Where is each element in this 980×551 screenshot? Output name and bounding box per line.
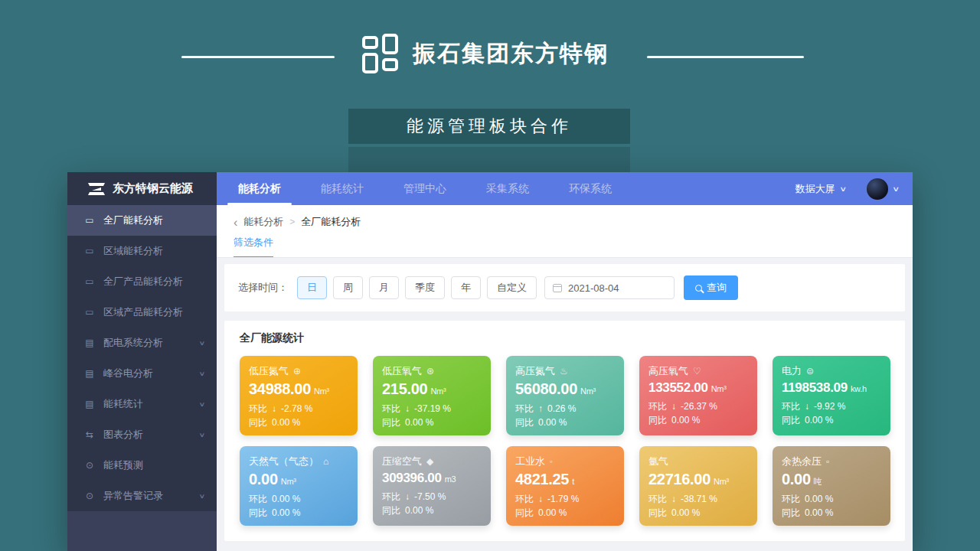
sidebar-item[interactable]: ▭ 全厂能耗分析 bbox=[67, 205, 217, 236]
period-button[interactable]: 周 bbox=[333, 276, 363, 299]
ring-ratio-value: -37.19 % bbox=[414, 402, 451, 416]
breadcrumb-item[interactable]: 能耗分析 bbox=[243, 215, 283, 229]
ring-ratio-label: 环比 bbox=[648, 492, 667, 506]
sidebar-filler bbox=[67, 511, 217, 551]
sidebar-item-icon: ▭ bbox=[84, 276, 95, 287]
nav-tab[interactable]: 环保系统 bbox=[564, 172, 616, 205]
ring-ratio-row: 环比 ↓ -7.50 % bbox=[382, 490, 482, 504]
energy-value-number: 4821.25 bbox=[515, 471, 569, 487]
app-logo: 东方特钢云能源 bbox=[67, 172, 217, 205]
sidebar-item-icon: ▤ bbox=[84, 337, 95, 348]
energy-name: 低压氮气 bbox=[249, 364, 289, 378]
energy-value: 4821.25t bbox=[515, 471, 615, 488]
sidebar-item[interactable]: ⇆ 图表分析 ∨ bbox=[67, 419, 217, 450]
query-button-label: 查询 bbox=[707, 281, 727, 295]
nav-tab-label: 环保系统 bbox=[569, 182, 612, 196]
trend-arrow-icon: ↓ bbox=[805, 399, 809, 413]
yoy-value: 0.00 % bbox=[671, 506, 700, 520]
period-button-label: 自定义 bbox=[497, 282, 527, 293]
stats-section-title: 全厂能源统计 bbox=[240, 331, 897, 345]
energy-card-title: 压缩空气 ◆ bbox=[382, 455, 482, 468]
tab-filter-conditions[interactable]: 筛选条件 bbox=[234, 236, 273, 258]
energy-card-title: 工业水 ◦ bbox=[515, 455, 615, 468]
sidebar-item-icon: ▭ bbox=[84, 215, 95, 226]
sidebar-item-icon: ⊙ bbox=[84, 491, 95, 501]
top-navbar: 能耗分析 能耗统计 管理中心 采集系统 bbox=[217, 172, 913, 205]
energy-card: 高压氧气 ♡ 133552.00Nm³ 环比 ↓ -26.37 % bbox=[639, 356, 757, 435]
back-arrow-icon[interactable]: ‹ bbox=[234, 217, 237, 227]
period-button[interactable]: 年 bbox=[451, 276, 481, 299]
ring-ratio-row: 环比 ↓ -1.79 % bbox=[515, 492, 615, 506]
energy-name: 压缩空气 bbox=[382, 455, 422, 468]
sidebar-item-label: 区域能耗分析 bbox=[103, 244, 163, 258]
chevron-down-icon: ∨ bbox=[199, 401, 206, 408]
ring-ratio-value: -26.37 % bbox=[681, 399, 717, 413]
breadcrumb-separator: > bbox=[289, 217, 295, 227]
sidebar-item[interactable]: ▭ 区域产品能耗分析 bbox=[67, 297, 217, 328]
ring-ratio-row: 环比 ↓ -9.92 % bbox=[782, 399, 881, 413]
period-button[interactable]: 自定义 bbox=[487, 276, 537, 299]
energy-name: 高压氮气 bbox=[515, 364, 555, 378]
yoy-label: 同比 bbox=[515, 416, 534, 429]
ring-ratio-label: 环比 bbox=[382, 402, 400, 416]
date-picker-input[interactable]: 2021-08-04 bbox=[544, 276, 675, 299]
query-button[interactable]: 查询 bbox=[684, 276, 738, 300]
ring-ratio-value: -1.79 % bbox=[547, 492, 579, 506]
chevron-down-icon[interactable]: ∨ bbox=[839, 185, 847, 193]
energy-stats-panel: 全厂能源统计 低压氮气 ⊕ 34988.00Nm³ bbox=[224, 321, 905, 541]
nav-tab[interactable]: 能耗分析 bbox=[234, 172, 286, 205]
energy-name: 天然气（气态） bbox=[249, 455, 318, 468]
data-screen-link[interactable]: 数据大屏 bbox=[795, 182, 835, 196]
sidebar-item[interactable]: ▭ 区域能耗分析 bbox=[67, 236, 217, 266]
yoy-label: 同比 bbox=[782, 413, 800, 427]
breadcrumb-current: 全厂能耗分析 bbox=[301, 215, 361, 229]
energy-name: 氩气 bbox=[648, 455, 668, 468]
yoy-value: 0.00 % bbox=[671, 413, 700, 427]
energy-value-number: 0.00 bbox=[249, 471, 278, 487]
sidebar-item-label: 配电系统分析 bbox=[103, 336, 163, 350]
brand-logo-icon bbox=[362, 34, 402, 73]
energy-type-icon: ◆ bbox=[426, 456, 433, 467]
yoy-row: 同比 0.00 % bbox=[249, 506, 348, 520]
sidebar-item[interactable]: ▤ 配电系统分析 ∨ bbox=[67, 328, 217, 358]
period-button[interactable]: 季度 bbox=[405, 276, 445, 299]
ring-ratio-label: 环比 bbox=[515, 402, 534, 416]
energy-card-title: 高压氧气 ♡ bbox=[648, 364, 748, 378]
energy-unit: m3 bbox=[445, 474, 456, 484]
ring-ratio-value: -2.78 % bbox=[281, 402, 312, 416]
period-button[interactable]: 日 bbox=[297, 276, 327, 299]
sidebar-item[interactable]: ⊙ 异常告警记录 ∨ bbox=[67, 481, 217, 511]
energy-card: 氩气 22716.00Nm³ 环比 ↓ -38.71 % bbox=[639, 446, 757, 526]
chevron-down-icon[interactable]: ∨ bbox=[893, 185, 900, 193]
sidebar-item[interactable]: ▤ 能耗统计 ∨ bbox=[67, 389, 217, 419]
sidebar-item[interactable]: ▤ 峰谷电分析 ∨ bbox=[67, 358, 217, 389]
user-avatar[interactable] bbox=[867, 178, 888, 200]
sidebar-item-icon: ▭ bbox=[84, 246, 95, 256]
nav-tab[interactable]: 能耗统计 bbox=[316, 172, 368, 205]
ring-ratio-row: 环比 ↓ -38.71 % bbox=[648, 492, 748, 506]
energy-card: 高压氮气 ♨ 56080.00Nm³ 环比 ↑ 0.26 % bbox=[506, 356, 624, 435]
navbar-right: 数据大屏 ∨ ∨ bbox=[795, 178, 913, 200]
energy-name: 余热余压 bbox=[782, 455, 822, 468]
yoy-value: 0.00 % bbox=[272, 416, 300, 429]
energy-card-title: 天然气（气态） ⌂ bbox=[249, 455, 348, 468]
dashboard-window: 东方特钢云能源 ▭ 全厂能耗分析 ▭ 区域能耗分析 bbox=[67, 172, 913, 551]
energy-name: 低压氧气 bbox=[382, 364, 422, 378]
energy-card-title: 氩气 bbox=[648, 455, 748, 468]
energy-name: 工业水 bbox=[515, 455, 545, 468]
ring-ratio-value: -7.50 % bbox=[414, 490, 446, 504]
energy-value-number: 1198538.09 bbox=[782, 380, 848, 395]
energy-type-icon: ⊜ bbox=[806, 366, 814, 377]
sidebar-item[interactable]: ⊙ 能耗预测 bbox=[67, 450, 217, 481]
page-content: 选择时间： 日 周 月 bbox=[217, 258, 913, 551]
yoy-label: 同比 bbox=[382, 504, 400, 517]
sidebar-item[interactable]: ▭ 全厂产品能耗分析 bbox=[67, 266, 217, 297]
energy-unit: Nm³ bbox=[430, 386, 446, 396]
trend-arrow-icon: ↑ bbox=[538, 402, 543, 416]
ring-ratio-label: 环比 bbox=[648, 399, 667, 413]
energy-type-icon: ◦ bbox=[550, 456, 553, 467]
nav-tab[interactable]: 管理中心 bbox=[399, 172, 451, 205]
nav-tab[interactable]: 采集系统 bbox=[482, 172, 534, 205]
yoy-value: 0.00 % bbox=[405, 504, 433, 517]
period-button[interactable]: 月 bbox=[369, 276, 399, 299]
